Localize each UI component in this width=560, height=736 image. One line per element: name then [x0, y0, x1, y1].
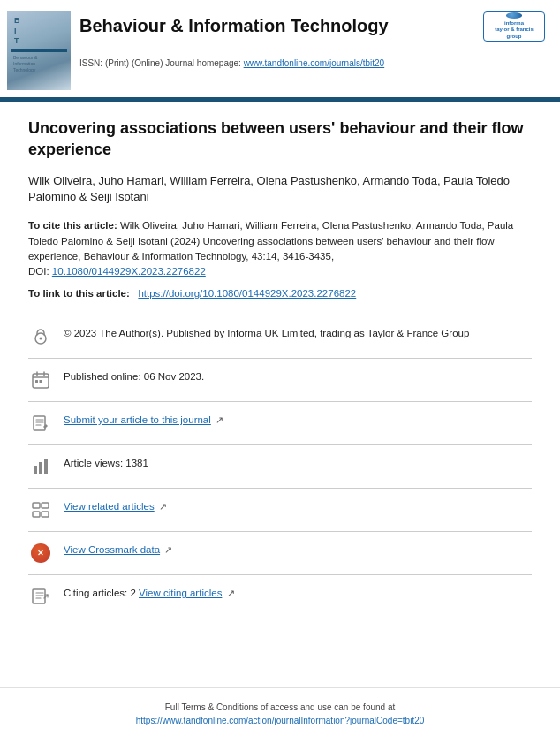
citing-count: Citing articles: 2: [64, 588, 139, 598]
journal-title: Behaviour & Information Technology: [79, 14, 475, 37]
doi-label: DOI:: [28, 266, 49, 277]
footer-link[interactable]: https://www.tandfonline.com/action/journ…: [136, 716, 425, 725]
citing-articles-icon: [28, 584, 53, 609]
published-online-row: Published online: 06 Nov 2023.: [28, 359, 532, 402]
svg-rect-5: [34, 416, 45, 430]
header-top-row: Behaviour & Information Technology infor…: [79, 11, 546, 42]
svg-rect-9: [33, 503, 40, 508]
globe-icon: [506, 12, 522, 19]
bar-chart-icon: [28, 454, 53, 479]
ext-link-icon-related: ↗: [159, 501, 167, 512]
related-articles-text: View related articles ↗: [64, 497, 532, 514]
citation-block: To cite this article: Wilk Oliveira, Juh…: [28, 218, 532, 279]
open-access-text: © 2023 The Author(s). Published by Infor…: [64, 324, 532, 341]
journal-homepage-link[interactable]: www.tandfonline.com/journals/tbit20: [244, 58, 385, 68]
submit-article-text: Submit your article to this journal ↗: [64, 411, 532, 428]
svg-rect-4: [40, 380, 42, 383]
calendar-icon: [28, 368, 53, 392]
header: BIT Behaviour &InformationTechnology Beh…: [0, 0, 560, 99]
open-access-icon: [28, 324, 53, 349]
related-articles-icon: [28, 497, 53, 522]
link-label: To link to this article:: [28, 288, 130, 299]
svg-rect-7: [39, 462, 42, 474]
crossmark-text: View Crossmark data ↗: [64, 541, 532, 558]
cover-text: Behaviour &InformationTechnology: [11, 55, 67, 73]
crossmark-link[interactable]: View Crossmark data: [64, 544, 160, 555]
open-access-row: © 2023 The Author(s). Published by Infor…: [28, 315, 532, 359]
crossmark-row[interactable]: ✕ View Crossmark data ↗: [28, 532, 532, 575]
submit-article-row[interactable]: Submit your article to this journal ↗: [28, 402, 532, 445]
publisher-logo: informataylor & francisgroup: [482, 11, 546, 42]
svg-rect-8: [44, 459, 48, 474]
svg-rect-3: [35, 380, 38, 383]
issn-line: ISSN: (Print) (Online) Journal homepage:…: [79, 58, 546, 68]
article-title: Uncovering associations between users' b…: [28, 118, 532, 161]
svg-rect-10: [42, 503, 49, 508]
header-right: Behaviour & Information Technology infor…: [79, 11, 546, 68]
crossmark-badge: ✕: [31, 543, 50, 563]
citation-label: To cite this article:: [28, 220, 117, 231]
journal-cover: BIT Behaviour &InformationTechnology: [7, 11, 71, 90]
footer-line1: Full Terms & Conditions of access and us…: [18, 701, 542, 714]
info-rows: © 2023 The Author(s). Published by Infor…: [28, 315, 532, 618]
related-articles-row[interactable]: View related articles ↗: [28, 489, 532, 532]
article-views-text: Article views: 1381: [64, 454, 532, 471]
ext-link-icon-crossmark: ↗: [164, 544, 172, 555]
page: BIT Behaviour &InformationTechnology Beh…: [0, 0, 560, 736]
link-block: To link to this article: https://doi.org…: [28, 288, 532, 299]
svg-rect-13: [33, 589, 45, 603]
ext-link-icon-citing: ↗: [227, 588, 235, 598]
main-content: Uncovering associations between users' b…: [0, 102, 560, 687]
svg-rect-6: [34, 466, 37, 474]
citing-articles-link[interactable]: View citing articles: [139, 588, 222, 598]
edit-icon: [28, 411, 53, 436]
svg-rect-12: [42, 512, 49, 517]
doi-link[interactable]: 10.1080/0144929X.2023.2276822: [52, 266, 206, 277]
svg-point-1: [40, 338, 42, 340]
svg-rect-11: [33, 512, 40, 517]
article-views-row: Article views: 1381: [28, 445, 532, 489]
submit-article-link[interactable]: Submit your article to this journal: [64, 414, 211, 425]
publisher-label: informataylor & francisgroup: [495, 20, 534, 41]
crossmark-icon: ✕: [28, 541, 53, 565]
article-doi-link[interactable]: https://doi.org/10.1080/0144929X.2023.22…: [138, 288, 356, 299]
ext-link-icon-submit: ↗: [216, 414, 223, 425]
authors: Wilk Oliveira, Juho Hamari, William Ferr…: [28, 173, 532, 207]
published-online-text: Published online: 06 Nov 2023.: [64, 368, 532, 384]
footer: Full Terms & Conditions of access and us…: [0, 687, 560, 736]
related-articles-link[interactable]: View related articles: [64, 501, 155, 512]
citing-articles-text: Citing articles: 2 View citing articles …: [64, 584, 532, 601]
citing-articles-row[interactable]: Citing articles: 2 View citing articles …: [28, 575, 532, 618]
cover-logo: BIT: [14, 16, 20, 47]
